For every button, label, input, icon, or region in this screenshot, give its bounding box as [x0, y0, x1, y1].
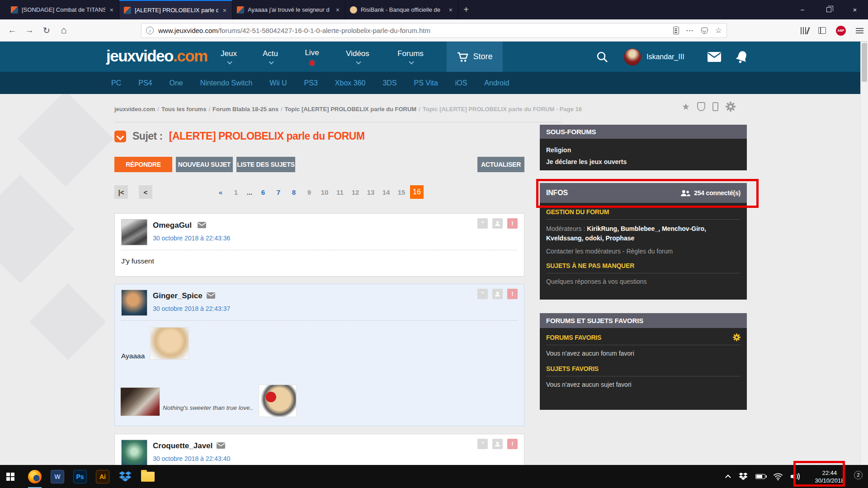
platform-link-android[interactable]: Android	[484, 79, 509, 87]
post-date[interactable]: 30 octobre 2018 à 22:43:36	[153, 235, 230, 242]
post-date[interactable]: 30 octobre 2018 à 22:43:40	[153, 455, 230, 462]
forward-button[interactable]: →	[21, 25, 38, 35]
platform-link-xbox360[interactable]: Xbox 360	[335, 79, 366, 87]
page-link[interactable]: 9	[302, 188, 317, 196]
reply-button[interactable]: RÉPONDRE	[114, 157, 172, 172]
taskbar-photoshop[interactable]: Ps	[70, 465, 90, 488]
mobile-icon[interactable]	[712, 102, 718, 111]
site-logo[interactable]: jeuxvideo.com	[106, 47, 208, 65]
contact-moderators-links[interactable]: Contacter les modérateurs - Règles du fo…	[546, 248, 741, 255]
nav-item-forums[interactable]: Forums	[394, 42, 427, 72]
home-button[interactable]: ⌂	[55, 24, 72, 36]
page-link[interactable]: 14	[378, 188, 394, 196]
refresh-button[interactable]: ACTUALISER	[477, 157, 524, 172]
tab-close-icon[interactable]: ×	[335, 6, 340, 14]
page-link[interactable]: 10	[317, 188, 332, 196]
quote-icon[interactable]: ”	[477, 289, 488, 299]
page-actions-menu-icon[interactable]: ···	[686, 27, 694, 34]
tab-close-icon[interactable]: ×	[109, 6, 114, 14]
platform-link-ps3[interactable]: PS3	[304, 79, 318, 87]
alert-icon[interactable]: !	[507, 439, 518, 449]
start-button[interactable]	[0, 465, 21, 488]
taskbar-illustrator[interactable]: Ai	[92, 465, 113, 488]
tab-alerte-prolobelix[interactable]: [ALERTE] PROLOBELIX parle du ×	[119, 0, 232, 19]
taskbar-explorer[interactable]	[137, 465, 158, 488]
sous-forum-link[interactable]: Je déclare les jeux ouverts	[546, 156, 741, 168]
platform-link-switch[interactable]: Nintendo Switch	[200, 79, 253, 87]
alert-icon[interactable]: !	[507, 289, 518, 299]
post-author[interactable]: Ginger_Spice	[153, 291, 203, 300]
minimize-button[interactable]: −	[789, 0, 816, 19]
tray-dropbox-icon[interactable]	[739, 473, 748, 480]
library-icon[interactable]	[801, 27, 809, 34]
send-message-icon[interactable]	[217, 442, 225, 449]
breadcrumb-link[interactable]: Forum Blabla 18-25 ans	[212, 106, 278, 113]
adblock-icon[interactable]: ABP	[836, 26, 846, 36]
bookmark-star-icon[interactable]: ☆	[715, 26, 722, 35]
back-button[interactable]: ←	[4, 25, 21, 35]
page-link[interactable]: 13	[363, 188, 378, 196]
avatar[interactable]	[121, 219, 147, 245]
wifi-icon[interactable]	[773, 473, 783, 480]
nav-item-live[interactable]: Live	[299, 42, 325, 72]
platform-link-wiiu[interactable]: Wii U	[269, 79, 287, 87]
page-link[interactable]: 7	[271, 188, 286, 196]
sujets-item-link[interactable]: Quelques réponses à vos questions	[546, 278, 741, 285]
reader-mode-icon[interactable]	[673, 27, 679, 34]
post-author[interactable]: OmegaGul	[153, 221, 192, 230]
sidebar-toggle-icon[interactable]	[818, 27, 826, 34]
sous-forum-link[interactable]: Religion	[546, 144, 741, 156]
pocket-icon[interactable]	[701, 28, 708, 34]
gear-icon[interactable]	[733, 333, 741, 341]
breadcrumb-link[interactable]: jeuxvideo.com	[114, 106, 155, 113]
restore-button[interactable]	[816, 0, 842, 19]
prev-page-button[interactable]: <	[139, 185, 152, 199]
taskbar-word[interactable]: W	[47, 465, 68, 488]
send-message-icon[interactable]	[207, 292, 215, 299]
taskbar-firefox[interactable]	[24, 465, 45, 488]
page-link[interactable]: «	[213, 188, 228, 196]
page-link[interactable]: 11	[332, 188, 348, 196]
reload-button[interactable]: ↻	[38, 25, 55, 36]
messages-button[interactable]	[708, 42, 721, 72]
platform-link-psvita[interactable]: PS Vita	[414, 79, 438, 87]
battery-icon[interactable]	[755, 474, 765, 479]
risitas-sticker-image[interactable]	[150, 327, 189, 360]
nav-item-videos[interactable]: Vidéos	[343, 42, 373, 72]
search-button[interactable]	[596, 42, 609, 72]
tray-expand-icon[interactable]	[725, 474, 731, 480]
favorite-star-icon[interactable]: ★	[682, 101, 690, 112]
send-message-icon[interactable]	[198, 222, 206, 228]
tab-ayaaaa[interactable]: Ayaaaa j'ai trouvé le seigneur d ×	[232, 0, 345, 19]
page-link-active[interactable]: 16	[410, 185, 424, 199]
quote-icon[interactable]: ”	[477, 439, 488, 449]
tab-risibank[interactable]: RisiBank - Banque officielle de ×	[345, 0, 458, 19]
site-info-icon[interactable]: i	[146, 27, 154, 34]
store-button[interactable]: Store	[447, 42, 503, 72]
platform-link-ps4[interactable]: PS4	[138, 79, 152, 87]
avatar[interactable]	[121, 290, 147, 316]
risitas-heart-sticker-image[interactable]	[259, 385, 297, 417]
subject-list-button[interactable]: LISTE DES SUJETS	[236, 157, 295, 172]
page-scrollbar[interactable]	[860, 42, 868, 465]
scrollbar-thumb[interactable]	[862, 43, 867, 82]
profile-icon[interactable]	[492, 218, 503, 229]
subject-chevron-icon[interactable]	[114, 131, 126, 142]
platform-link-pc[interactable]: PC	[111, 79, 121, 87]
post-date[interactable]: 30 octobre 2018 à 22:43:37	[153, 305, 230, 312]
tab-close-icon[interactable]: ×	[448, 6, 453, 14]
user-account[interactable]: Iskandar_III	[624, 42, 684, 72]
tab-sondage[interactable]: [SONDAGE] Combat de TITANS ×	[6, 0, 119, 19]
profile-icon[interactable]	[492, 289, 503, 299]
nav-item-actu[interactable]: Actu	[258, 42, 283, 72]
profile-icon[interactable]	[492, 439, 503, 449]
alert-icon[interactable]: !	[507, 218, 518, 229]
new-subject-button[interactable]: NOUVEAU SUJET	[176, 157, 233, 172]
platform-link-one[interactable]: One	[169, 79, 183, 87]
close-window-button[interactable]: ×	[842, 0, 868, 19]
platform-link-ios[interactable]: iOS	[455, 79, 467, 87]
post-author[interactable]: Croquette_Javel	[153, 441, 212, 450]
breadcrumb-link[interactable]: Topic [ALERTE] PROLOBELIX parle du FORUM	[285, 106, 417, 113]
page-link[interactable]: 15	[394, 188, 409, 196]
page-link[interactable]: 8	[286, 188, 302, 196]
